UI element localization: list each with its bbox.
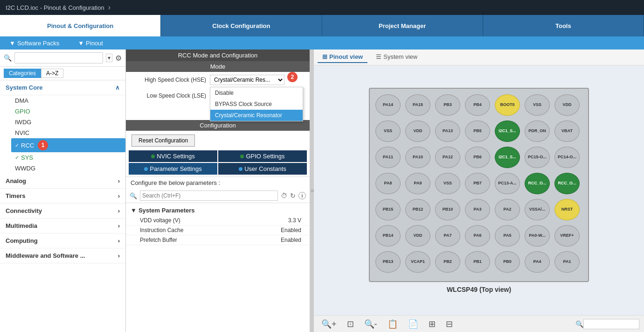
pin-vss[interactable]: VSS xyxy=(435,173,460,194)
sidebar-item-computing[interactable]: Computing › xyxy=(0,233,125,248)
pin-vss[interactable]: VSS xyxy=(525,94,550,116)
pin-pa0-w---[interactable]: PA0-W... xyxy=(525,225,550,247)
sidebar-item-iwdg[interactable]: IWDG xyxy=(11,117,125,127)
filter-icon[interactable]: ⏱ xyxy=(281,192,287,199)
pin-pb5[interactable]: PB5 xyxy=(465,120,490,142)
pin-i2c1-s---[interactable]: I2C1_S... xyxy=(495,147,520,168)
pin-vdd[interactable]: VDD xyxy=(405,120,430,142)
pin-vdd[interactable]: VDD xyxy=(405,225,430,247)
pin-pb7[interactable]: PB7 xyxy=(465,173,490,194)
tab-clock-config[interactable]: Clock Configuration xyxy=(161,15,322,36)
pin-pb6[interactable]: PB6 xyxy=(465,147,490,168)
toggle-button[interactable]: ⊞ xyxy=(426,318,438,330)
pin-rcc-o---[interactable]: RCC_O... xyxy=(525,173,550,194)
tab-tools[interactable]: Tools xyxy=(483,15,644,36)
pin-pb2[interactable]: PB2 xyxy=(435,251,460,273)
tab-gpio-settings[interactable]: GPIO Settings xyxy=(218,150,307,162)
pin-pa9[interactable]: PA9 xyxy=(405,173,430,194)
sub-tab-pinout[interactable]: ▼ Pinout xyxy=(78,40,103,47)
pin-vdd[interactable]: VDD xyxy=(554,94,580,116)
tab-nvic-settings[interactable]: NVIC Settings xyxy=(129,150,217,162)
sidebar-item-sys[interactable]: ✓ SYS xyxy=(11,152,125,163)
pin-pb1[interactable]: PB1 xyxy=(465,251,490,273)
info-icon[interactable]: i xyxy=(298,192,306,199)
zoom-out-button[interactable]: 🔍- xyxy=(361,318,380,330)
pin-pa11[interactable]: PA11 xyxy=(375,147,401,168)
pin-i2c1-s---[interactable]: I2C1_S... xyxy=(495,120,520,142)
pin-pa15[interactable]: PA15 xyxy=(405,94,430,116)
pin-pc15-o---[interactable]: PC15-O... xyxy=(525,147,550,168)
tab-pinout-config[interactable]: Pinout & Configuration xyxy=(0,15,161,36)
sidebar-search-input[interactable] xyxy=(14,52,103,64)
sub-tab-software-packs[interactable]: ▼ Software Packs xyxy=(9,40,59,47)
toolbar-search-input[interactable] xyxy=(583,319,639,329)
pin-rcc-o---[interactable]: RCC_O... xyxy=(554,173,580,194)
pin-pa2[interactable]: PA2 xyxy=(495,199,520,220)
gear-icon[interactable]: ⚙ xyxy=(115,54,122,63)
pin-pa1[interactable]: PA1 xyxy=(554,251,580,273)
pin-pc13-a---[interactable]: PC13-A... xyxy=(495,173,520,194)
pin-pa3[interactable]: PA3 xyxy=(465,199,490,220)
dropdown-item-crystal[interactable]: Crystal/Ceramic Resonator xyxy=(210,110,303,121)
pin-pb3[interactable]: PB3 xyxy=(435,94,460,116)
pin-pc14-o---[interactable]: PC14-O... xyxy=(554,147,580,168)
sidebar-item-system-core[interactable]: System Core ∧ xyxy=(0,80,125,95)
sidebar-item-gpio[interactable]: GPIO xyxy=(11,106,125,117)
pin-pb0[interactable]: PB0 xyxy=(495,251,520,273)
sidebar-item-nvic[interactable]: NVIC xyxy=(11,127,125,138)
pin-pb15[interactable]: PB15 xyxy=(375,199,401,220)
panel-divider[interactable]: ⠿ xyxy=(310,49,314,332)
dropdown-item-bypass[interactable]: BYPASS Clock Source xyxy=(210,99,303,110)
pin-pa5[interactable]: PA5 xyxy=(495,225,520,247)
layers-button[interactable]: 📄 xyxy=(405,318,421,330)
export-button[interactable]: 📋 xyxy=(385,318,401,330)
pin-pb4[interactable]: PB4 xyxy=(465,94,490,116)
pin-boot0[interactable]: BOOT0 xyxy=(495,94,520,116)
pin-pa13[interactable]: PA13 xyxy=(435,120,460,142)
pin-nrst[interactable]: NRST xyxy=(554,199,580,220)
pin-pdr-on[interactable]: PDR_ON xyxy=(525,120,550,142)
tab-project-manager[interactable]: Project Manager xyxy=(322,15,483,36)
reset-configuration-button[interactable]: Reset Configuration xyxy=(132,134,195,147)
params-search-input[interactable] xyxy=(140,191,278,201)
filter-categories-button[interactable]: Categories xyxy=(4,69,41,78)
pin-vcap1[interactable]: VCAP1 xyxy=(405,251,430,273)
pin-pb10[interactable]: PB10 xyxy=(435,199,460,220)
pin-pa14[interactable]: PA14 xyxy=(375,94,401,116)
sidebar-item-multimedia[interactable]: Multimedia › xyxy=(0,219,125,233)
pin-vref-[interactable]: VREF+ xyxy=(554,225,580,247)
hse-select[interactable]: Crystal/Ceramic Res... xyxy=(210,75,284,85)
dropdown-arrow-icon[interactable]: ▾ xyxy=(106,54,112,62)
options-button[interactable]: ⊟ xyxy=(443,318,456,330)
tab-parameter-settings[interactable]: Parameter Settings xyxy=(129,163,217,175)
pin-pb14[interactable]: PB14 xyxy=(375,225,401,247)
clock-icon[interactable]: ↻ xyxy=(290,192,296,199)
sidebar-item-middleware[interactable]: Middleware and Software ... › xyxy=(0,248,125,263)
pin-vss[interactable]: VSS xyxy=(375,120,401,142)
system-parameters-header[interactable]: ▼ System Parameters xyxy=(126,205,310,216)
tab-user-constants[interactable]: User Constants xyxy=(218,163,307,175)
pin-pa6[interactable]: PA6 xyxy=(465,225,490,247)
dropdown-item-disable[interactable]: Disable xyxy=(210,87,303,99)
sidebar-item-dma[interactable]: DMA xyxy=(11,95,125,106)
pin-pa8[interactable]: PA8 xyxy=(375,173,401,194)
tab-system-view[interactable]: ☰ System view xyxy=(371,51,422,63)
sidebar-item-rcc[interactable]: ✓ RCC 1 xyxy=(11,138,125,152)
sidebar-item-timers[interactable]: Timers › xyxy=(0,189,125,204)
fit-view-button[interactable]: ⊡ xyxy=(344,318,357,330)
sidebar-item-connectivity[interactable]: Connectivity › xyxy=(0,204,125,219)
pin-pa10[interactable]: PA10 xyxy=(405,147,430,168)
sidebar-item-analog[interactable]: Analog › xyxy=(0,174,125,189)
chevron-down-icon: ▼ xyxy=(78,40,84,47)
pin-pa4[interactable]: PA4 xyxy=(525,251,550,273)
pin-pb13[interactable]: PB13 xyxy=(375,251,401,273)
tab-pinout-view[interactable]: ⊞ Pinout view xyxy=(318,51,367,63)
pin-vssa----[interactable]: VSSA/... xyxy=(525,199,550,220)
zoom-in-button[interactable]: 🔍+ xyxy=(319,318,339,330)
sidebar-item-wwdg[interactable]: WWDG xyxy=(11,163,125,174)
pin-pb12[interactable]: PB12 xyxy=(405,199,430,220)
pin-vbat[interactable]: VBAT xyxy=(554,120,580,142)
pin-pa12[interactable]: PA12 xyxy=(435,147,460,168)
pin-pa7[interactable]: PA7 xyxy=(435,225,460,247)
filter-az-button[interactable]: A->Z xyxy=(41,69,63,78)
